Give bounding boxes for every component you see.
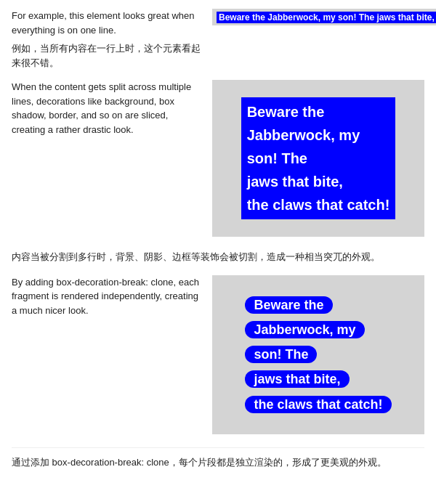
section-1: For example, this element looks great wh… <box>12 9 424 70</box>
bottom-note-text: 通过添加 box-decoration-break: clone，每个片段都是独… <box>12 455 424 471</box>
section-3-right: Beware theJabberwock, myson! Thejaws tha… <box>212 275 424 434</box>
section-1-text-line2: 例如，当所有内容在一行上时，这个元素看起来很不错。 <box>12 41 201 70</box>
section-1-left: For example, this element looks great wh… <box>12 9 201 70</box>
section-2: When the content gets split across multi… <box>12 80 424 237</box>
section-1-text-line1: For example, this element looks great wh… <box>12 9 201 37</box>
bottom-note: 通过添加 box-decoration-break: clone，每个片段都是独… <box>12 447 424 471</box>
section-2-text: When the content gets split across multi… <box>12 80 201 137</box>
separator-section: 内容当被分割到多行时，背景、阴影、边框等装饰会被切割，造成一种相当突兀的外观。 <box>12 250 424 265</box>
sliced-text: Beware theJabberwock, myson! Thejaws tha… <box>241 97 396 219</box>
section-3-left: By adding box-decoration-break: clone, e… <box>12 275 201 434</box>
section-3: By adding box-decoration-break: clone, e… <box>12 275 424 434</box>
separator-text: 内容当被分割到多行时，背景、阴影、边框等装饰会被切割，造成一种相当突兀的外观。 <box>12 250 424 265</box>
inline-highlight-text: Beware the Jabberwock, my son! The jaws … <box>217 12 436 23</box>
section-2-right: Beware theJabberwock, myson! Thejaws tha… <box>212 80 424 237</box>
clone-block: Beware theJabberwock, myson! Thejaws tha… <box>236 287 400 423</box>
section-2-left: When the content gets split across multi… <box>12 80 201 237</box>
section-1-right: Beware the Jabberwock, my son! The jaws … <box>212 9 436 25</box>
section-3-text: By adding box-decoration-break: clone, e… <box>12 275 201 318</box>
sliced-block: Beware theJabberwock, myson! Thejaws tha… <box>233 92 405 225</box>
